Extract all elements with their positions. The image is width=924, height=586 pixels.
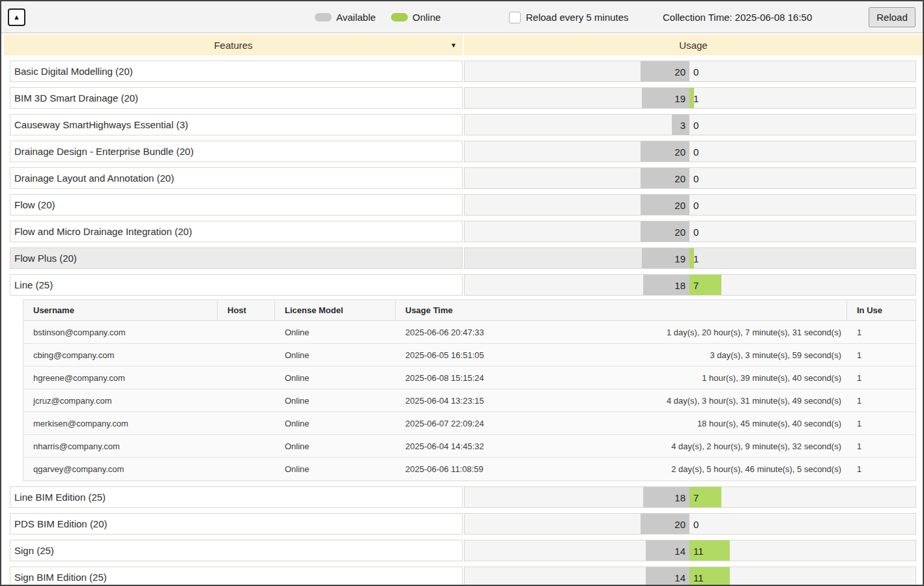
online-count: 0 [693,146,699,157]
reload-interval-checkbox[interactable] [509,12,521,23]
feature-name-cell: Sign (25) [10,540,463,561]
available-count: 14 [674,572,686,583]
feature-name: Drainage Design - Enterprise Bundle (20) [14,146,194,157]
feature-row[interactable]: Drainage Design - Enterprise Bundle (20)… [10,141,916,162]
table-row: hgreene@company.com Online 2025-06-08 15… [23,367,916,389]
username-cell: bstinson@company.com [23,321,218,343]
in-use-cell: 1 [847,435,916,457]
available-count: 3 [680,119,686,130]
usage-duration: 4 day(s), 2 hour(s), 9 minute(s), 32 sec… [671,441,841,451]
usage-time-cell: 2025-06-08 15:15:24 1 hour(s), 39 minute… [396,367,847,389]
in-use-cell: 1 [847,344,916,366]
feature-name: Flow Plus (20) [14,253,77,264]
usage-start-time: 2025-06-08 15:15:24 [405,373,484,383]
license-model-cell: Online [275,321,396,343]
feature-name-cell: Drainage Design - Enterprise Bundle (20) [10,141,463,162]
chevron-down-icon[interactable]: ▼ [450,42,457,49]
collection-time-text: Collection Time: 2025-06-08 16:50 [663,12,812,23]
table-row: cbing@company.com Online 2025-06-05 16:5… [23,344,916,367]
host-cell [218,389,275,412]
feature-name-cell: Causeway SmartHighways Essential (3) [10,114,463,135]
available-legend-label: Available [336,12,376,23]
available-count: 19 [674,92,686,104]
usage-cell: 3 0 [464,114,916,135]
table-row: jcruz@company.com Online 2025-06-04 13:2… [23,389,916,412]
table-row: merkisen@company.com Online 2025-06-07 2… [23,412,916,435]
features-column-header[interactable]: Features ▼ [4,35,463,55]
usage-start-time: 2025-06-07 22:09:24 [405,419,484,428]
usage-cell: 19 1 [464,247,916,269]
usage-header-label: Usage [679,40,707,51]
table-row: qgarvey@company.com Online 2025-06-06 11… [23,458,916,481]
feature-name: Causeway SmartHighways Essential (3) [14,119,188,130]
feature-row[interactable]: Basic Digital Modelling (20) 20 0 [10,61,916,82]
usage-duration: 4 day(s), 3 hour(s), 31 minute(s), 49 se… [667,396,841,406]
feature-row[interactable]: Drainage Layout and Annotation (20) 20 0 [10,167,916,189]
usage-column-header[interactable]: Usage [464,35,923,55]
feature-row[interactable]: Flow Plus (20) 19 1 [10,247,916,269]
triangle-up-icon: ▲ [13,14,20,21]
online-count: 0 [693,518,699,529]
features-header-label: Features [214,40,252,51]
feature-row[interactable]: Flow (20) 20 0 [10,194,916,216]
host-cell [218,367,275,389]
feature-name: PDS BIM Edition (20) [14,518,108,529]
online-legend-swatch [391,13,408,21]
feature-row[interactable]: Causeway SmartHighways Essential (3) 3 0 [10,114,916,135]
feature-name: Sign BIM Edition (25) [14,572,107,583]
license-model-cell: Online [275,458,396,481]
in-use-cell: 1 [847,367,916,389]
in-use-cell: 1 [847,412,916,434]
online-count: 0 [693,173,699,184]
username-cell: merkisen@company.com [23,412,218,434]
reload-button[interactable]: Reload [869,7,916,27]
usage-duration: 18 hour(s), 45 minute(s), 40 second(s) [697,419,841,428]
feature-row[interactable]: Flow and Micro Drainage Integration (20)… [10,221,916,242]
collapse-all-button[interactable]: ▲ [8,8,25,26]
feature-row[interactable]: Line BIM Edition (25) 18 7 [10,486,916,508]
usage-cell: 18 7 [464,486,916,508]
feature-name: BIM 3D Smart Drainage (20) [14,92,138,104]
in-use-cell: 1 [847,458,916,481]
username-cell: qgarvey@company.com [23,458,218,481]
feature-name: Line (25) [14,279,53,290]
feature-name-cell: Basic Digital Modelling (20) [10,61,463,82]
host-cell [218,412,275,434]
license-model-cell: Online [275,435,396,457]
license-model-cell: Online [275,344,396,366]
usage-cell: 14 11 [464,566,916,586]
host-column-header: Host [218,300,275,320]
license-detail-table: Username Host License Model Usage Time I… [23,300,916,481]
usage-start-time: 2025-06-04 14:45:32 [405,441,484,451]
feature-row[interactable]: Sign BIM Edition (25) 14 11 [10,566,916,586]
online-count: 0 [693,226,699,237]
feature-row[interactable]: PDS BIM Edition (20) 20 0 [10,513,916,535]
online-count: 7 [693,279,699,290]
usage-cell: 20 0 [464,61,916,82]
feature-name: Basic Digital Modelling (20) [14,66,133,77]
feature-name-cell: Line BIM Edition (25) [10,486,463,508]
online-count: 11 [693,572,704,583]
feature-name: Sign (25) [14,545,54,556]
available-count: 20 [674,146,686,157]
feature-name-cell: Flow (20) [10,194,463,216]
usage-cell: 18 7 [464,274,916,296]
feature-name-cell: Sign BIM Edition (25) [10,566,463,586]
feature-name: Line BIM Edition (25) [14,492,106,503]
host-cell [218,344,275,366]
usage-time-cell: 2025-06-06 11:08:59 2 day(s), 5 hour(s),… [396,458,847,481]
online-legend-label: Online [412,12,440,23]
feature-name-cell: Line (25) [10,274,463,296]
feature-name-cell: BIM 3D Smart Drainage (20) [10,87,463,109]
online-count: 0 [693,199,699,210]
online-count: 0 [693,66,699,77]
table-row: nharris@company.com Online 2025-06-04 14… [23,435,916,458]
in-use-cell: 1 [847,389,916,412]
usage-start-time: 2025-06-06 11:08:59 [405,464,484,474]
host-cell [218,321,275,343]
host-cell [218,458,275,481]
feature-row[interactable]: Sign (25) 14 11 [10,540,916,561]
feature-row[interactable]: BIM 3D Smart Drainage (20) 19 1 [10,87,916,109]
toolbar: ▲ Available Online Reload every 5 minute… [1,1,923,33]
feature-row[interactable]: Line (25) 18 7 [10,274,916,296]
